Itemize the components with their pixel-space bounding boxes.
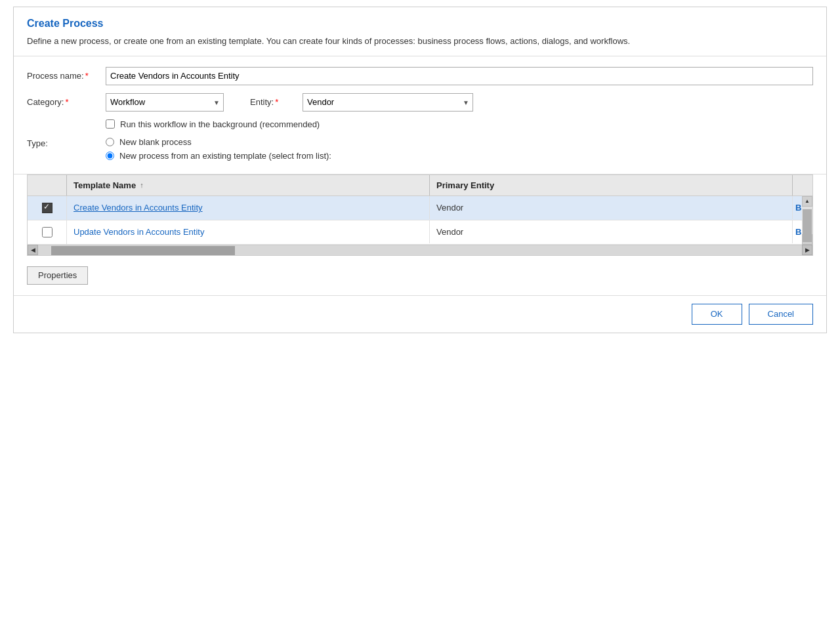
col-extra-header	[793, 175, 812, 195]
category-label: Category:*	[27, 97, 106, 107]
table-header: Template Name ↑ Primary Entity	[28, 175, 812, 196]
category-required: *	[65, 97, 68, 107]
scroll-track	[802, 207, 812, 234]
properties-button[interactable]: Properties	[27, 266, 88, 285]
vertical-scrollbar[interactable]: ▲ ▼	[802, 196, 812, 245]
row2-template-name-cell: Update Vendors in Accounts Entity	[67, 220, 430, 243]
template-table-container: Template Name ↑ Primary Entity Create Ve…	[27, 174, 813, 256]
table-row[interactable]: Create Vendors in Accounts Entity Vendor…	[28, 196, 812, 220]
radio-blank[interactable]	[106, 138, 114, 146]
category-entity-row: Category:* Workflow Action Dialog Busine…	[27, 93, 813, 112]
row2-primary-entity-cell: Vendor	[430, 220, 793, 243]
scroll-up-btn[interactable]: ▲	[802, 196, 812, 207]
process-name-required: *	[85, 71, 89, 81]
row1-checkbox-cell	[28, 196, 67, 220]
entity-required: *	[275, 97, 278, 107]
hscroll-thumb[interactable]	[51, 246, 235, 255]
row2-checkbox-cell	[28, 220, 67, 244]
hscroll-right-btn[interactable]: ▶	[802, 245, 812, 255]
ok-button[interactable]: OK	[692, 304, 742, 325]
row1-template-name-cell: Create Vendors in Accounts Entity	[67, 196, 430, 219]
dialog-body: Process name:* Category:* Workflow Actio…	[14, 56, 826, 174]
entity-select[interactable]: Vendor Account Contact Lead	[303, 93, 473, 112]
radio-blank-item: New blank process	[106, 137, 331, 147]
process-name-label: Process name:*	[27, 71, 106, 81]
radio-blank-label[interactable]: New blank process	[119, 137, 192, 147]
cancel-button[interactable]: Cancel	[749, 304, 813, 325]
create-process-dialog: Create Process Define a new process, or …	[13, 7, 827, 333]
row1-checked-checkbox[interactable]	[42, 203, 52, 213]
col-primary-entity-header[interactable]: Primary Entity	[430, 175, 793, 195]
radio-template[interactable]	[106, 152, 114, 160]
table-row[interactable]: Update Vendors in Accounts Entity Vendor…	[28, 220, 812, 245]
col-template-name-header[interactable]: Template Name ↑	[67, 175, 430, 195]
category-select-wrapper: Workflow Action Dialog Business Process …	[106, 93, 224, 112]
process-name-input[interactable]	[106, 67, 813, 85]
background-checkbox-label[interactable]: Run this workflow in the background (rec…	[120, 119, 320, 129]
row1-template-name-link[interactable]: Create Vendors in Accounts Entity	[74, 203, 203, 213]
dialog-title: Create Process	[27, 18, 813, 30]
horizontal-scrollbar[interactable]: ◀ ▶	[28, 245, 812, 255]
sort-arrow-icon: ↑	[140, 181, 144, 189]
row1-primary-entity-cell: Vendor	[430, 196, 793, 219]
row2-template-name-link[interactable]: Update Vendors in Accounts Entity	[74, 227, 204, 237]
dialog-footer: OK Cancel	[14, 295, 826, 333]
template-table-section: Template Name ↑ Primary Entity Create Ve…	[27, 174, 813, 256]
background-checkbox[interactable]	[106, 119, 115, 129]
process-name-row: Process name:*	[27, 67, 813, 85]
radio-template-label[interactable]: New process from an existing template (s…	[119, 151, 331, 161]
background-checkbox-row: Run this workflow in the background (rec…	[106, 119, 813, 129]
hscroll-track	[38, 245, 802, 255]
hscroll-left-btn[interactable]: ◀	[28, 245, 38, 255]
radio-template-item: New process from an existing template (s…	[106, 151, 331, 161]
entity-label: Entity:*	[250, 97, 303, 107]
table-body: Create Vendors in Accounts Entity Vendor…	[28, 196, 812, 245]
dialog-description: Define a new process, or create one from…	[27, 35, 813, 48]
properties-row: Properties	[14, 266, 826, 295]
category-select[interactable]: Workflow Action Dialog Business Process …	[106, 93, 224, 112]
entity-select-wrapper: Vendor Account Contact Lead ▼	[303, 93, 473, 112]
type-radio-group: New blank process New process from an ex…	[106, 137, 331, 161]
scroll-thumb[interactable]	[803, 209, 812, 242]
type-row: Type: New blank process New process from…	[27, 137, 813, 161]
row2-checkbox[interactable]	[42, 227, 52, 237]
dialog-header: Create Process Define a new process, or …	[14, 7, 826, 56]
col-checkbox-header	[28, 175, 67, 195]
type-label: Type:	[27, 137, 106, 148]
